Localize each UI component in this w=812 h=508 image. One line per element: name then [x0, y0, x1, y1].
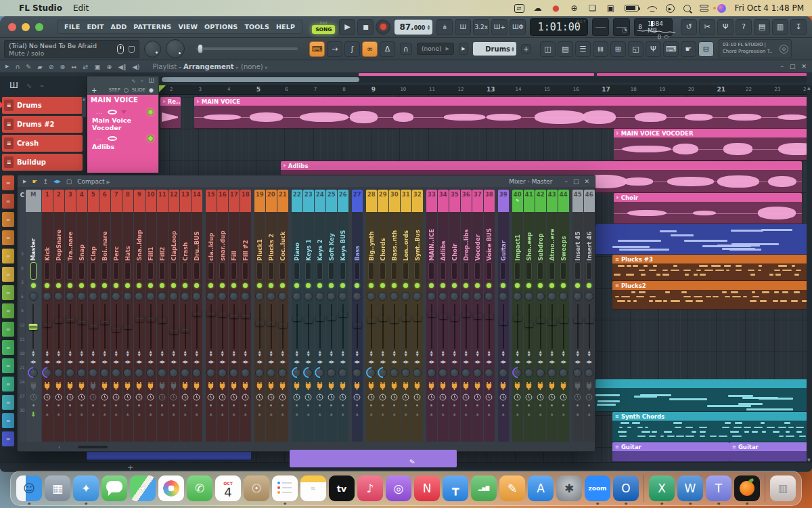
dock-contacts[interactable]: ☉ [244, 475, 269, 501]
pattern-chip[interactable]: ≡ [2, 212, 14, 227]
triangle-icon[interactable]: ▲ [528, 412, 531, 416]
mixer-channel[interactable]: 4Snap▲▼◀▶▲ [76, 190, 87, 442]
pattern-prev-button[interactable]: ▶ [459, 43, 468, 55]
mute-led[interactable] [91, 283, 95, 288]
snap-dropdown[interactable]: (none)▶ [417, 43, 454, 55]
mixer-channel[interactable]: 30Bass..nth▲▼◀▶▲ [389, 190, 400, 442]
channel-header[interactable]: 40∿ [512, 190, 523, 212]
mute-led[interactable] [79, 283, 84, 288]
menubar-menu-edit[interactable]: Edit [73, 3, 89, 13]
pattern-options-button[interactable]: ШΦ [510, 19, 526, 35]
triangle-icon[interactable]: ▲ [588, 412, 591, 416]
record-button[interactable] [376, 20, 390, 35]
fx-slot[interactable] [461, 380, 472, 392]
separation-control[interactable]: ▲▼ [53, 350, 64, 357]
spotlight-icon[interactable] [683, 5, 691, 12]
separation-control[interactable]: ▲▼ [157, 350, 168, 357]
clock-slot[interactable] [76, 392, 87, 402]
fader-handle[interactable] [112, 326, 120, 332]
separation-control[interactable]: ▲▼ [498, 350, 509, 357]
playlist-clip[interactable]: ⊦Re.. [160, 97, 181, 129]
separation-control[interactable]: ▲▼ [180, 350, 191, 357]
channel-name-area[interactable]: Bass..nth [389, 212, 400, 261]
triangle-icon[interactable]: ▲ [356, 412, 359, 416]
stretch-icon[interactable]: ↔ [72, 63, 77, 70]
mixer-hscrollbar[interactable]: ‹ [58, 444, 108, 450]
pan-knob[interactable] [413, 368, 422, 377]
clock-slot[interactable] [584, 392, 595, 402]
channel-header[interactable]: 9 [134, 190, 145, 212]
stereo-knob[interactable] [292, 292, 301, 301]
mute-led[interactable] [429, 283, 434, 288]
fx-slot[interactable] [484, 380, 495, 392]
pan-control[interactable]: ◀▶ [229, 357, 240, 365]
mixer-button[interactable]: ≣ [593, 41, 608, 57]
dock-trash[interactable]: ▥ [770, 475, 796, 501]
mute-led[interactable] [220, 283, 225, 288]
channel-name[interactable]: Adlibs [92, 143, 155, 150]
stereo-knob[interactable] [158, 292, 166, 301]
pan-knob[interactable] [338, 368, 347, 377]
pan-control[interactable]: ◀▶ [412, 357, 423, 365]
pan-control[interactable]: ◀▶ [26, 357, 41, 365]
dock-maps[interactable] [130, 475, 156, 501]
pattern-chip[interactable]: ≡ [2, 267, 14, 282]
separation-control[interactable]: ▲▼ [472, 350, 483, 357]
stereo-knob[interactable] [54, 292, 63, 301]
mute-led[interactable] [125, 283, 130, 288]
mute-led[interactable] [475, 283, 480, 288]
shuffle-slider[interactable] [196, 47, 298, 50]
tempo-spinner[interactable]: ▲▼ [427, 24, 430, 30]
mixer-channel[interactable]: 1Kick▲▼◀▶▲ [42, 190, 53, 442]
pan-control[interactable]: ◀▶ [378, 357, 388, 365]
selected-channel-name[interactable]: MAIN VOICE [91, 96, 155, 104]
channel-header[interactable]: 46 [584, 190, 595, 212]
mixer-channel[interactable]: 7Perc▲▼◀▶▲ [111, 190, 122, 442]
triangle-icon[interactable]: ▲ [430, 412, 433, 416]
separation-control[interactable]: ▲▼ [111, 350, 122, 357]
dock-news[interactable]: N [414, 475, 440, 501]
fx-slot[interactable] [378, 380, 388, 392]
pan-knob[interactable] [89, 368, 97, 377]
mixer-current-column[interactable]: C3036912151821242730 [20, 190, 25, 442]
channel-name-area[interactable]: Piano [292, 212, 302, 261]
mute-led[interactable] [208, 283, 213, 288]
pan-knob[interactable] [29, 368, 38, 377]
triangle-icon[interactable]: ▲ [104, 412, 106, 416]
fader-handle[interactable] [499, 319, 508, 325]
add-channel-button[interactable]: + [91, 87, 97, 94]
separation-control[interactable]: ▲▼ [315, 350, 325, 357]
separation-control[interactable]: ▲▼ [266, 350, 277, 357]
menu-patterns[interactable]: PATTERNS [133, 23, 171, 30]
fx-slot[interactable] [145, 380, 156, 392]
mixer-channel[interactable]: 45Insert 45▲▼◀▶▲ [572, 190, 583, 442]
mixer-titlebar[interactable]: ▶ ☛ ↥ ◀▶ ▢ Compact ▶ Mixer - Master – □ … [18, 175, 595, 188]
fx-slot[interactable] [206, 380, 217, 392]
channel-name-area[interactable]: Keys BUS [338, 212, 348, 261]
time-signature-button[interactable]: 3.2x [473, 19, 489, 35]
mute-led[interactable] [45, 283, 49, 288]
channel-name-area[interactable]: Impact1 [512, 212, 523, 261]
mute-led[interactable] [501, 283, 505, 288]
stereo-knob[interactable] [353, 292, 361, 301]
stereo-knob[interactable] [89, 292, 97, 301]
triangle-icon[interactable]: ▲ [58, 412, 60, 416]
separation-control[interactable]: ▲▼ [535, 350, 546, 357]
pan-knob[interactable] [438, 368, 447, 377]
pan-control[interactable]: ◀▶ [76, 357, 87, 365]
channel-name-area[interactable]: Choir [449, 212, 460, 261]
play-button[interactable]: ▶ [339, 19, 355, 35]
mixer-channel[interactable]: 6Boi..nare▲▼◀▶▲ [99, 190, 110, 442]
mixer-channel[interactable]: 19Pluck1▲▼◀▶▲ [254, 190, 265, 442]
fx-slot[interactable] [426, 380, 437, 392]
mute-led[interactable] [31, 283, 36, 288]
metronome-button[interactable]: Δ [380, 41, 395, 57]
channel-name-area[interactable]: Insert 46 [584, 212, 595, 261]
fader-handle[interactable] [524, 321, 533, 327]
pan-control[interactable]: ◀▶ [111, 357, 122, 365]
channel-name-area[interactable]: Kick [42, 212, 53, 261]
stereo-knob[interactable] [146, 292, 155, 301]
fx-slot[interactable] [352, 380, 363, 392]
clock-slot[interactable] [88, 392, 99, 402]
stereo-icon[interactable]: ◀▶ [53, 179, 61, 184]
